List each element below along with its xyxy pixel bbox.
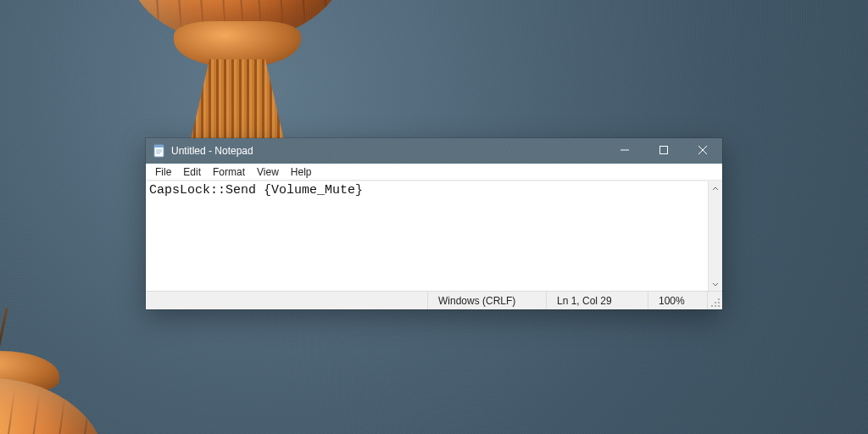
status-encoding: Windows (CRLF): [427, 292, 546, 309]
menu-help[interactable]: Help: [285, 165, 318, 179]
close-icon: [698, 145, 707, 157]
minimize-button[interactable]: [605, 138, 644, 164]
status-zoom: 100%: [648, 292, 707, 309]
chevron-up-icon[interactable]: [709, 181, 722, 196]
menu-view[interactable]: View: [251, 165, 285, 179]
notepad-window: Untitled - Notepad File Edit Format: [146, 138, 722, 309]
svg-point-13: [715, 305, 716, 307]
titlebar[interactable]: Untitled - Notepad: [146, 138, 722, 164]
statusbar: Windows (CRLF) Ln 1, Col 29 100%: [146, 291, 722, 309]
svg-point-9: [718, 298, 720, 300]
notepad-icon: [153, 144, 166, 158]
menu-format[interactable]: Format: [207, 165, 251, 179]
scrollbar-track[interactable]: [709, 196, 722, 276]
editor-area: [146, 181, 722, 291]
maximize-button[interactable]: [644, 138, 683, 164]
vertical-scrollbar[interactable]: [708, 181, 722, 291]
svg-point-14: [718, 305, 720, 307]
close-button[interactable]: [683, 138, 722, 164]
wallpaper-lantern: [0, 375, 110, 434]
svg-point-10: [715, 302, 716, 303]
menubar: File Edit Format View Help: [146, 164, 722, 181]
text-editor[interactable]: [146, 181, 708, 291]
chevron-down-icon[interactable]: [709, 276, 722, 291]
desktop-background: Untitled - Notepad File Edit Format: [0, 0, 868, 434]
menu-edit[interactable]: Edit: [177, 165, 207, 179]
svg-point-11: [718, 302, 720, 303]
svg-point-12: [711, 305, 713, 307]
wallpaper-lantern: [127, 0, 348, 42]
svg-rect-1: [154, 145, 164, 147]
resize-grip-icon[interactable]: [707, 292, 722, 309]
menu-file[interactable]: File: [149, 165, 177, 179]
minimize-icon: [620, 145, 629, 157]
status-caret-position: Ln 1, Col 29: [546, 292, 648, 309]
window-title: Untitled - Notepad: [171, 145, 253, 157]
svg-rect-6: [660, 147, 668, 154]
maximize-icon: [659, 145, 668, 157]
